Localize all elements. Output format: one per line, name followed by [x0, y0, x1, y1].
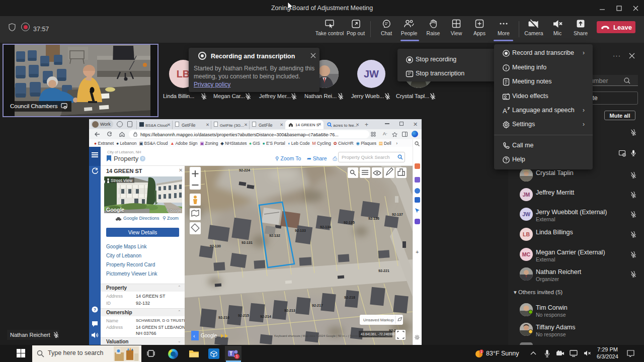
svg-text:92-130: 92-130 [210, 244, 221, 248]
svg-text:92-134: 92-134 [320, 225, 331, 229]
svg-text:92-216: 92-216 [218, 316, 229, 319]
svg-text:92-133: 92-133 [295, 229, 306, 232]
svg-text:92-213: 92-213 [284, 309, 295, 312]
svg-text:92-137: 92-137 [392, 213, 403, 216]
svg-text:Google: Google [201, 333, 217, 338]
svg-text:1: 1 [480, 350, 482, 353]
svg-text:92-132: 92-132 [269, 234, 280, 237]
svg-text:Street View: Street View [111, 178, 133, 183]
svg-text:A: A [503, 107, 507, 115]
svg-text:92-131: 92-131 [242, 241, 253, 244]
svg-text:92-218: 92-218 [344, 296, 355, 299]
svg-text:Google: Google [106, 207, 124, 213]
svg-text:92-214: 92-214 [260, 315, 271, 318]
svg-text:‹: ‹ [193, 333, 195, 339]
svg-text:T: T [229, 351, 232, 356]
svg-text:?: ? [94, 307, 97, 312]
svg-text:Unsaved Markup: Unsaved Markup [363, 318, 394, 322]
svg-text:43.641361, -72.246999: 43.641361, -72.246999 [361, 332, 395, 336]
svg-text:92-215: 92-215 [238, 314, 249, 317]
svg-text:92-136: 92-136 [368, 217, 379, 220]
svg-text:92-224: 92-224 [239, 168, 250, 172]
svg-text:92-217: 92-217 [312, 304, 323, 307]
svg-text:© Google: © Google [167, 209, 182, 213]
svg-text:92-135: 92-135 [344, 221, 355, 224]
svg-text:92-221: 92-221 [378, 269, 389, 273]
